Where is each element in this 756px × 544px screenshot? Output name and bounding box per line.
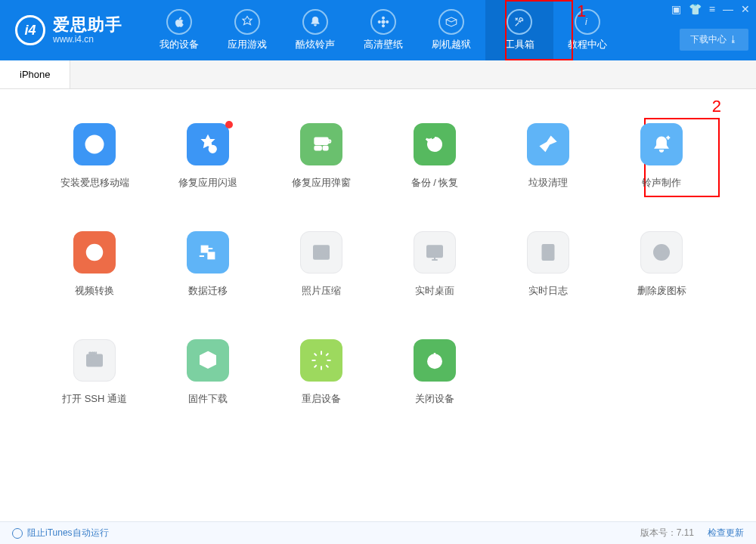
svg-rect-12 <box>324 147 328 150</box>
logo-icon: i4 <box>15 15 45 45</box>
nav-label: 教程中心 <box>568 38 607 51</box>
play-icon <box>73 231 116 274</box>
pie-remove-icon <box>640 231 683 274</box>
minimize-button[interactable]: — <box>723 3 733 15</box>
tool-live-log[interactable]: 实时日志 <box>491 231 605 298</box>
svg-rect-18 <box>427 246 442 257</box>
nav-ringtones[interactable]: 酷炫铃声 <box>281 0 349 60</box>
tool-install-mobile[interactable]: i4 安装爱思移动端 <box>38 123 151 190</box>
appstore-check-icon <box>187 123 229 165</box>
restore-icon <box>414 123 456 165</box>
restart-icon <box>300 339 342 382</box>
tool-live-desktop[interactable]: 实时桌面 <box>378 231 491 298</box>
nav-jailbreak[interactable]: 刷机越狱 <box>417 0 485 60</box>
appleid-icon: Apple ID <box>300 123 342 165</box>
skin-icon[interactable]: 👕 <box>689 3 702 15</box>
tool-restart-device[interactable]: 重启设备 <box>265 339 378 406</box>
tool-photo-compress[interactable]: 照片压缩 <box>265 231 378 298</box>
tool-label: 关闭设备 <box>415 392 454 406</box>
app-subtitle: www.i4.cn <box>53 35 122 45</box>
flower-icon <box>370 9 396 35</box>
broom-icon <box>527 123 569 165</box>
annotation-label-1: 1 <box>577 2 586 21</box>
tool-delete-dead-icons[interactable]: 删除废图标 <box>605 231 718 298</box>
svg-point-1 <box>382 17 384 19</box>
app-header: i4 爱思助手 www.i4.cn 我的设备 应用游戏 酷炫铃声 高清壁纸 刷机… <box>0 0 756 60</box>
image-icon <box>300 231 342 274</box>
version-text: 版本号：7.11 <box>640 527 694 539</box>
nav-tutorials[interactable]: i 教程中心 <box>553 0 621 60</box>
tool-label: 修复应用弹窗 <box>292 176 351 190</box>
tool-ringtone-maker[interactable]: 铃声制作 <box>605 123 718 190</box>
nav-toolbox[interactable]: 工具箱 <box>485 0 553 60</box>
tool-label: 重启设备 <box>302 392 341 406</box>
menu-icon[interactable]: ≡ <box>709 3 715 15</box>
tool-label: 备份 / 恢复 <box>411 176 459 190</box>
feedback-icon[interactable]: ▣ <box>671 3 681 15</box>
tool-fix-crash[interactable]: 修复应用闪退 <box>151 123 265 190</box>
transfer-icon <box>187 231 229 274</box>
tool-label: 铃声制作 <box>642 176 681 190</box>
tab-iphone[interactable]: iPhone <box>0 60 70 88</box>
version-label: 版本号： <box>640 527 677 538</box>
download-center-button[interactable]: 下载中心 ⭳ <box>680 29 748 51</box>
nav-my-device[interactable]: 我的设备 <box>145 0 213 60</box>
tool-label: 视频转换 <box>75 284 114 298</box>
download-icon: ⭳ <box>729 34 738 45</box>
tool-label: 固件下载 <box>188 392 228 406</box>
tool-backup-restore[interactable]: 备份 / 恢复 <box>378 123 491 190</box>
svg-text:Apple ID: Apple ID <box>317 139 332 144</box>
tool-panel: 2 i4 安装爱思移动端 修复应用闪退 Apple ID 修复应用弹窗 备份 /… <box>0 89 756 440</box>
svg-point-0 <box>382 20 386 24</box>
window-controls: ▣ 👕 ≡ — ✕ <box>671 3 750 15</box>
nav-apps[interactable]: 应用游戏 <box>213 0 281 60</box>
tool-firmware-download[interactable]: 固件下载 <box>151 339 265 406</box>
svg-point-3 <box>378 20 380 23</box>
tool-shutdown-device[interactable]: 关闭设备 <box>378 339 491 406</box>
svg-rect-14 <box>201 246 208 252</box>
tool-fix-popup[interactable]: Apple ID 修复应用弹窗 <box>265 123 378 190</box>
svg-point-17 <box>317 249 320 252</box>
logo: i4 爱思助手 www.i4.cn <box>15 15 122 45</box>
svg-text:i4: i4 <box>90 141 97 150</box>
svg-rect-11 <box>314 147 321 150</box>
appstore-icon <box>234 9 260 35</box>
nav-wallpapers[interactable]: 高清壁纸 <box>349 0 417 60</box>
nav-label: 刷机越狱 <box>432 38 471 51</box>
tool-ssh[interactable]: SSH 打开 SSH 通道 <box>38 339 151 406</box>
annotation-label-2: 2 <box>712 97 721 116</box>
nav-label: 高清壁纸 <box>364 38 403 51</box>
monitor-icon <box>414 231 456 274</box>
tool-label: 照片压缩 <box>302 284 341 298</box>
version-number: 7.11 <box>677 527 694 538</box>
main-nav: 我的设备 应用游戏 酷炫铃声 高清壁纸 刷机越狱 工具箱 i 教程中心 <box>145 0 621 60</box>
status-bar: 阻止iTunes自动运行 版本号：7.11 检查更新 <box>0 521 756 544</box>
svg-text:SSH: SSH <box>89 351 98 356</box>
tool-label: 删除废图标 <box>637 284 686 298</box>
tool-label: 数据迁移 <box>188 284 228 298</box>
power-icon <box>414 339 456 382</box>
close-button[interactable]: ✕ <box>741 3 750 15</box>
document-icon <box>527 231 569 274</box>
notification-dot <box>225 121 233 128</box>
svg-point-2 <box>382 25 384 27</box>
nav-label: 工具箱 <box>505 38 534 51</box>
nav-label: 我的设备 <box>160 38 199 51</box>
svg-point-4 <box>386 20 389 23</box>
tool-video-convert[interactable]: 视频转换 <box>38 231 151 298</box>
tool-label: 垃圾清理 <box>528 176 568 190</box>
svg-rect-21 <box>87 355 102 366</box>
svg-rect-15 <box>208 252 215 259</box>
block-itunes-toggle[interactable]: 阻止iTunes自动运行 <box>12 527 109 539</box>
tool-label: 实时桌面 <box>415 284 454 298</box>
device-tab-bar: iPhone <box>0 60 756 89</box>
tool-label: 安装爱思移动端 <box>60 176 129 190</box>
bell-icon <box>302 9 328 35</box>
terminal-icon: SSH <box>73 339 116 382</box>
bell-plus-icon <box>640 123 683 165</box>
tool-clean-junk[interactable]: 垃圾清理 <box>491 123 605 190</box>
tool-data-migrate[interactable]: 数据迁移 <box>151 231 265 298</box>
toggle-off-icon <box>12 528 23 539</box>
tool-label: 修复应用闪退 <box>178 176 237 190</box>
check-update-button[interactable]: 检查更新 <box>708 527 744 539</box>
